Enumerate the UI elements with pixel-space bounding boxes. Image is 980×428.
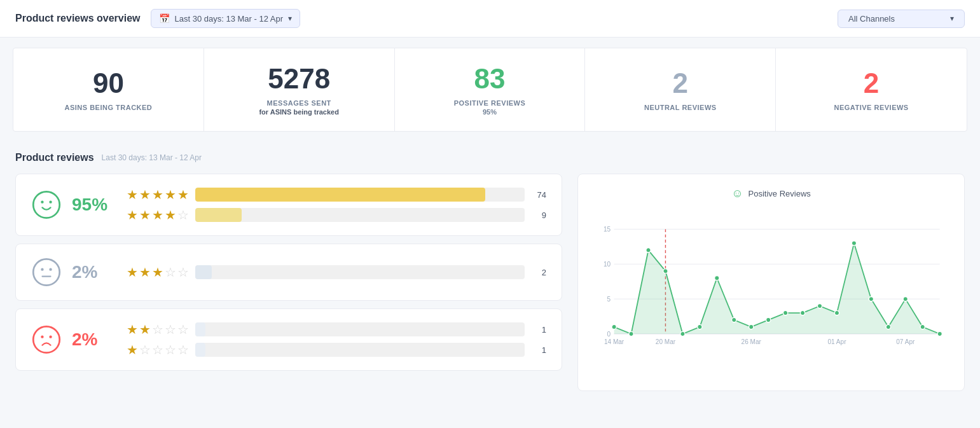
svg-point-4 [41, 268, 43, 271]
bars-section: ★★☆☆☆ 1 ★☆☆☆☆ 1 [127, 322, 546, 357]
review-group-positive: 95% ★★★★★ 74 ★★★★☆ 9 [15, 174, 562, 236]
stat-label-asins: ASINS BEING TRACKED [64, 104, 152, 111]
chart-legend: ☺ Positive Reviews [591, 187, 951, 200]
calendar-icon: 📅 [159, 13, 170, 24]
neutral-face-icon [31, 257, 62, 287]
svg-point-37 [800, 311, 804, 315]
svg-text:07 Apr: 07 Apr [896, 339, 915, 346]
reviews-section-title: Product reviews [15, 152, 94, 163]
star-empty-icon: ☆ [165, 322, 176, 337]
svg-point-35 [766, 318, 771, 322]
stars-display: ★★★★★ [127, 187, 189, 202]
sad-face-icon [31, 324, 62, 355]
svg-point-34 [749, 325, 754, 329]
svg-point-26 [612, 325, 616, 329]
bar-count: 1 [531, 325, 546, 335]
star-filled-icon: ★ [127, 322, 138, 337]
bar-fill [195, 343, 205, 357]
svg-marker-25 [614, 244, 940, 335]
svg-point-8 [41, 336, 43, 338]
svg-point-31 [698, 325, 702, 329]
svg-point-7 [33, 327, 59, 353]
svg-point-0 [33, 192, 59, 218]
review-group-neutral: 2% ★★★☆☆ 2 [15, 244, 562, 301]
star-filled-icon: ★ [127, 207, 138, 223]
stat-number-positive: 83 [474, 64, 506, 94]
svg-text:5: 5 [607, 296, 611, 303]
bar-count: 2 [531, 268, 546, 277]
bar-row: ★★★★☆ 9 [127, 207, 546, 223]
svg-point-27 [629, 332, 633, 336]
star-filled-icon: ★ [139, 187, 151, 202]
review-summary-row: 95% ★★★★★ 74 ★★★★☆ 9 [31, 187, 546, 223]
review-pct-label: 2% [72, 329, 116, 350]
chart-container: ☺ Positive Reviews 05101514 Mar20 Mar26 … [577, 174, 965, 391]
svg-text:26 Mar: 26 Mar [742, 339, 762, 346]
bar-count: 74 [531, 190, 546, 200]
svg-point-3 [33, 259, 59, 286]
star-empty-icon: ☆ [177, 265, 189, 280]
chevron-down-icon: ▾ [950, 14, 954, 23]
reviews-date-range: Last 30 days: 13 Mar - 12 Apr [102, 153, 202, 162]
top-bar: Product reviews overview 📅 Last 30 days:… [0, 0, 980, 38]
star-empty-icon: ☆ [165, 342, 176, 357]
smiley-icon: ☺ [731, 187, 743, 200]
bar-row: ★★★★★ 74 [127, 187, 546, 202]
star-empty-icon: ☆ [152, 322, 163, 337]
stat-label-neutral: NEUTRAL REVIEWS [644, 104, 717, 111]
svg-point-30 [680, 332, 685, 336]
star-empty-icon: ☆ [152, 342, 163, 357]
stat-card-asins: 90 ASINS BEING TRACKED [13, 48, 204, 131]
stat-number-asins: 90 [93, 68, 124, 99]
page-title: Product reviews overview [15, 13, 141, 24]
date-filter-label: Last 30 days: 13 Mar - 12 Apr [175, 14, 284, 24]
svg-point-5 [49, 268, 52, 271]
svg-point-40 [852, 241, 856, 245]
star-filled-icon: ★ [127, 265, 138, 280]
happy-face-icon [31, 190, 62, 220]
star-filled-icon: ★ [165, 187, 176, 202]
svg-point-38 [817, 304, 822, 308]
stat-card-positive: 83 POSITIVE REVIEWS 95% [395, 48, 586, 131]
review-summary-row: 2% ★★★☆☆ 2 [31, 257, 546, 287]
review-group-negative: 2% ★★☆☆☆ 1 ★☆☆☆☆ 1 [15, 308, 562, 371]
svg-point-32 [715, 276, 719, 280]
svg-text:15: 15 [604, 226, 611, 233]
bar-track [195, 265, 525, 279]
reviews-body: 95% ★★★★★ 74 ★★★★☆ 9 2% ★★★☆☆ [15, 174, 965, 391]
stat-label-positive: POSITIVE REVIEWS [454, 99, 526, 107]
star-filled-icon: ★ [139, 207, 151, 223]
svg-point-45 [937, 332, 942, 336]
stat-pct-positive: 95% [483, 108, 497, 116]
channel-filter-button[interactable]: All Channels ▾ [838, 10, 965, 28]
bar-row: ★★★☆☆ 2 [127, 265, 546, 280]
svg-text:10: 10 [604, 261, 611, 268]
top-bar-left: Product reviews overview 📅 Last 30 days:… [15, 9, 300, 28]
svg-point-29 [663, 269, 668, 273]
star-empty-icon: ☆ [177, 207, 189, 223]
stat-number-messages: 5278 [268, 64, 330, 94]
svg-point-44 [920, 325, 925, 329]
bar-count: 9 [531, 211, 546, 220]
svg-point-36 [783, 311, 787, 315]
svg-point-28 [646, 248, 651, 252]
bar-track [195, 188, 525, 202]
star-filled-icon: ★ [152, 265, 163, 280]
bar-count: 1 [531, 345, 546, 355]
bar-fill [195, 265, 212, 279]
svg-text:14 Mar: 14 Mar [604, 339, 625, 346]
stat-sublabel-messages: for ASINS being tracked [259, 108, 339, 116]
channel-filter-label: All Channels [848, 14, 895, 24]
date-filter-button[interactable]: 📅 Last 30 days: 13 Mar - 12 Apr ▾ [151, 9, 301, 28]
svg-point-9 [49, 336, 52, 338]
stat-card-messages: 5278 MESSAGES SENT for ASINS being track… [204, 48, 395, 131]
review-summary-row: 2% ★★☆☆☆ 1 ★☆☆☆☆ 1 [31, 322, 546, 357]
stat-number-negative: 2 [864, 68, 879, 99]
svg-point-43 [903, 297, 908, 301]
bars-section: ★★★☆☆ 2 [127, 265, 546, 280]
stars-display: ★☆☆☆☆ [127, 342, 189, 357]
bar-track [195, 343, 525, 357]
star-empty-icon: ☆ [139, 342, 151, 357]
bars-section: ★★★★★ 74 ★★★★☆ 9 [127, 187, 546, 223]
bar-track [195, 322, 525, 336]
